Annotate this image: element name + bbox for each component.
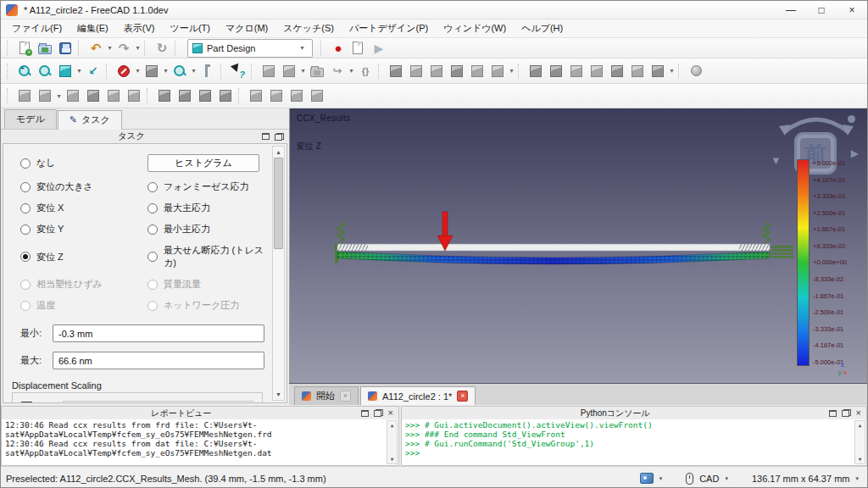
menu-macro[interactable]: マクロ(M) — [218, 19, 275, 37]
menu-sketch[interactable]: スケッチ(S) — [275, 19, 342, 37]
measure-button[interactable] — [198, 62, 217, 80]
report-view-log[interactable]: 12:30:46 Read ccx results from frd file:… — [2, 419, 398, 465]
validate-sketch-button[interactable] — [84, 86, 103, 105]
scroll-down-icon[interactable]: ▼ — [391, 455, 394, 463]
navigation-style[interactable]: CAD — [699, 474, 719, 484]
radio-min-principal-stress[interactable]: 最小主応力 — [147, 223, 264, 236]
create-part-button[interactable] — [259, 62, 278, 80]
scroll-up-icon[interactable]: ▲ — [859, 421, 862, 430]
macro-edit-button[interactable]: ✎ — [349, 39, 368, 58]
multi-transform-button[interactable] — [308, 86, 326, 105]
menu-file[interactable]: ファイル(F) — [4, 19, 70, 37]
create-group-button[interactable] — [308, 62, 326, 80]
fem-model[interactable] — [332, 208, 824, 303]
subtractive-box-button[interactable] — [648, 62, 667, 80]
macro-record-button[interactable]: ● — [329, 39, 348, 58]
redo-dropdown[interactable]: ▾ — [134, 44, 142, 52]
view-dimensions[interactable]: 136.17 mm x 64.37 mm — [752, 474, 850, 484]
polar-pattern-button[interactable] — [287, 86, 306, 105]
maximize-button[interactable]: □ — [806, 1, 837, 19]
menu-edit[interactable]: 編集(E) — [70, 19, 116, 37]
tab-model[interactable]: モデル — [4, 109, 57, 129]
workbench-selector[interactable]: Part Design ▾ — [187, 39, 313, 58]
dock-panel-icon[interactable] — [829, 410, 837, 417]
python-console-log[interactable]: >>> # Gui.activeDocument().activeView().… — [402, 419, 866, 465]
draft-button[interactable] — [196, 86, 214, 105]
scrollbar-thumb[interactable] — [274, 158, 283, 249]
nav-dot-icon[interactable] — [848, 115, 855, 123]
dock-panel-icon[interactable] — [361, 410, 369, 417]
tab-tasks[interactable]: ✎タスク — [58, 110, 122, 130]
thickness-button[interactable] — [216, 86, 235, 105]
create-datum-button[interactable] — [280, 62, 298, 80]
mirrored-button[interactable] — [247, 86, 265, 105]
boolean-button[interactable] — [687, 62, 705, 80]
close-panel-icon[interactable]: × — [856, 409, 861, 417]
radio-displacement-z[interactable]: 変位 Z — [20, 251, 147, 263]
create-body-button[interactable] — [387, 62, 405, 80]
radio-none[interactable]: なし — [20, 157, 147, 169]
report-scrollbar[interactable]: ▲ ▼ — [387, 420, 398, 464]
menu-partdesign[interactable]: パートデザイン(P) — [342, 19, 436, 37]
min-value-input[interactable] — [53, 324, 264, 342]
fillet-button[interactable] — [155, 86, 174, 105]
console-scrollbar[interactable]: ▲ ▼ — [854, 420, 865, 464]
clone-button[interactable] — [125, 86, 143, 105]
close-panel-icon[interactable]: × — [388, 409, 393, 417]
close-button[interactable]: × — [837, 1, 867, 19]
tab-start-page[interactable]: 開始 × — [294, 386, 359, 405]
edit-sketch-dropdown[interactable]: ▾ — [55, 92, 63, 100]
draw-style-button[interactable] — [56, 62, 75, 80]
max-value-input[interactable] — [53, 352, 264, 369]
navigation-style-dropdown[interactable]: ▾ — [725, 475, 728, 482]
slider-thumb[interactable] — [75, 402, 119, 403]
undo-dropdown[interactable]: ▾ — [106, 44, 114, 52]
task-panel-scrollbar[interactable]: ▲ ▼ — [272, 146, 285, 401]
shape-binder-button[interactable] — [104, 86, 123, 105]
expressions-button[interactable]: {} — [356, 62, 375, 80]
redo-button[interactable]: ↷ — [114, 39, 133, 58]
float-panel-icon[interactable] — [275, 133, 284, 141]
tab-document-a112[interactable]: A112_circle2 : 1* × — [360, 386, 476, 405]
zoom-tools-dropdown[interactable]: ▾ — [190, 67, 198, 75]
linear-pattern-button[interactable] — [267, 86, 286, 105]
hole-button[interactable] — [547, 62, 565, 80]
datum-dropdown[interactable]: ▾ — [299, 67, 307, 75]
minimize-button[interactable]: — — [776, 1, 806, 19]
edit-sketch-button[interactable] — [36, 86, 54, 105]
radio-displacement-x[interactable]: 変位 X — [20, 202, 147, 214]
draw-style-dropdown[interactable]: ▾ — [75, 67, 83, 75]
subtractive-primitive-button[interactable] — [628, 62, 647, 80]
clipping-dropdown[interactable]: ▾ — [134, 67, 142, 75]
zoom-tools-button[interactable] — [170, 62, 189, 80]
nav-right-arrow-icon[interactable]: ▶ — [851, 147, 859, 159]
refresh-button[interactable]: ↻ — [153, 39, 171, 58]
zoom-selection-button[interactable] — [36, 62, 54, 80]
scroll-up-icon[interactable]: ▲ — [391, 421, 394, 430]
tab-close-icon-active[interactable]: × — [457, 391, 468, 402]
render-mode-icon[interactable] — [640, 473, 654, 484]
float-panel-icon[interactable] — [374, 409, 383, 417]
tab-close-icon[interactable]: × — [340, 391, 351, 402]
undo-button[interactable]: ↶ — [86, 39, 105, 58]
new-document-button[interactable]: + — [15, 39, 34, 58]
pad-button[interactable] — [407, 62, 426, 80]
console-prompt[interactable]: >>> — [405, 448, 853, 458]
chamfer-button[interactable] — [175, 86, 194, 105]
radio-displacement-magnitude[interactable]: 変位の大きさ — [20, 180, 147, 193]
menu-tools[interactable]: ツール(T) — [162, 19, 218, 37]
menu-help[interactable]: ヘルプ(H) — [514, 19, 570, 37]
dock-panel-icon[interactable] — [262, 133, 270, 140]
subtractive-loft-button[interactable] — [587, 62, 606, 80]
float-panel-icon[interactable] — [842, 409, 851, 417]
nav-left-arrow-icon[interactable]: ▼ — [771, 154, 782, 167]
pocket-button[interactable] — [526, 62, 545, 80]
view-cube-dropdown[interactable]: ▾ — [162, 67, 170, 75]
scroll-down-icon[interactable]: ▼ — [859, 455, 862, 463]
additive-primitive-dropdown[interactable]: ▾ — [508, 67, 515, 75]
scroll-up-icon[interactable]: ▲ — [275, 147, 281, 158]
show-checkbox[interactable]: ✓ — [21, 402, 32, 403]
revolve-button[interactable] — [427, 62, 446, 80]
save-button[interactable] — [56, 39, 75, 58]
additive-loft-button[interactable] — [448, 62, 466, 80]
